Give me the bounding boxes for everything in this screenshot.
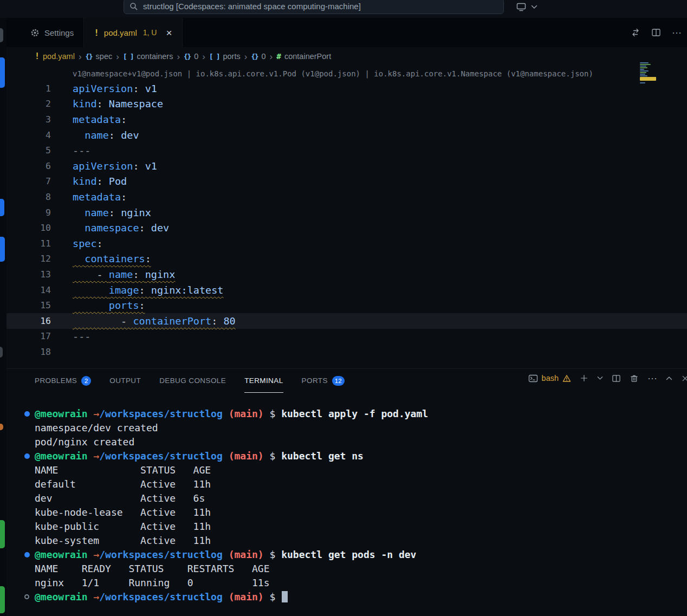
tab-pod-yaml[interactable]: ! pod.yaml 1, U ×: [84, 18, 182, 47]
activity-bar-fragment: [0, 237, 5, 262]
breadcrumb-item-spec[interactable]: {}spec: [86, 52, 113, 61]
breadcrumb-label: pod.yaml: [43, 52, 75, 61]
code-text: - containerPort: 80: [53, 315, 236, 327]
activity-bar-fragment: [0, 520, 5, 548]
activity-bar-fragment: [0, 57, 5, 88]
terminal-line: pod/nginx created: [35, 435, 687, 449]
breadcrumb-item-containerPort[interactable]: #containerPort: [276, 52, 331, 61]
breadcrumb-label: containers: [137, 52, 173, 61]
breadcrumb-label: ports: [223, 52, 240, 61]
close-icon[interactable]: ×: [166, 28, 172, 38]
breadcrumb-item-ports[interactable]: [ ]ports: [209, 52, 241, 61]
split-editor-icon[interactable]: [651, 28, 661, 37]
panel-tab-label: TERMINAL: [244, 377, 283, 385]
editor[interactable]: v1@namespace+v1@pod.json | io.k8s.api.co…: [7, 66, 687, 368]
terminal-line: NAME STATUS AGE: [35, 463, 687, 477]
panel-tab-terminal[interactable]: TERMINAL: [244, 369, 283, 393]
code-text: kind: Namespace: [53, 98, 163, 109]
code-text: ---: [53, 330, 90, 342]
code-line-17[interactable]: 17---: [7, 329, 687, 345]
code-line-15[interactable]: 15 ports:: [7, 297, 687, 313]
line-number: 2: [7, 99, 53, 109]
panel-tab-output[interactable]: OUTPUT: [109, 369, 141, 393]
minimap[interactable]: [640, 62, 666, 95]
object-icon: {}: [86, 53, 93, 61]
code-text: namespace: dev: [53, 222, 169, 234]
terminal-line: @meowrain →/workspaces/structlog (main) …: [35, 449, 687, 463]
code-line-14[interactable]: 14 image: nginx:latest: [7, 282, 687, 298]
code-text: ports:: [53, 300, 145, 311]
command-decoration[interactable]: [24, 594, 29, 599]
tab-settings[interactable]: Settings: [21, 18, 84, 47]
breadcrumb-label: 0: [194, 52, 198, 61]
code-line-12[interactable]: 12 containers:: [7, 251, 687, 267]
activity-bar-fragment: [0, 586, 5, 613]
code-line-16[interactable]: 16 - containerPort: 80: [7, 313, 687, 329]
count-badge: 12: [332, 376, 345, 386]
breadcrumb: !pod.yaml›{}spec›[ ]containers›{}0›[ ]po…: [7, 47, 687, 66]
count-badge: 2: [81, 376, 91, 386]
command-decoration[interactable]: [24, 552, 30, 557]
panel-tab-label: DEBUG CONSOLE: [159, 377, 226, 385]
code-line-9[interactable]: 9 name: nginx: [7, 205, 687, 221]
line-number: 3: [7, 114, 53, 125]
breadcrumb-item-containers[interactable]: [ ]containers: [123, 52, 173, 61]
code-line-4[interactable]: 4 name: dev: [7, 127, 687, 143]
search-icon: [129, 2, 138, 11]
trash-icon[interactable]: [630, 374, 639, 383]
breadcrumb-label: spec: [96, 52, 113, 61]
terminal-content[interactable]: @meowrain →/workspaces/structlog (main) …: [7, 393, 687, 604]
breadcrumb-separator-icon: ›: [79, 52, 82, 61]
chevron-down-icon[interactable]: [531, 5, 537, 9]
warning-icon: !: [35, 51, 40, 61]
panel-tab-problems[interactable]: PROBLEMS2: [35, 369, 91, 393]
split-terminal-icon[interactable]: [612, 374, 621, 383]
close-panel-icon[interactable]: [681, 374, 687, 382]
terminal-icon: [528, 374, 538, 383]
code-text: apiVersion: v1: [53, 83, 157, 94]
command-decoration[interactable]: [24, 411, 30, 417]
terminal-line: namespace/dev created: [35, 421, 687, 435]
code-line-13[interactable]: 13 - name: nginx: [7, 267, 687, 282]
code-line-1[interactable]: 1apiVersion: v1: [7, 81, 687, 96]
code-line-5[interactable]: 5---: [7, 142, 687, 158]
yaml-schema-info[interactable]: v1@namespace+v1@pod.json | io.k8s.api.co…: [73, 67, 687, 81]
code-text: containers:: [53, 253, 151, 264]
code-line-10[interactable]: 10 namespace: dev: [7, 220, 687, 236]
command-decoration[interactable]: [24, 453, 30, 459]
open-changes-icon[interactable]: [631, 28, 640, 37]
code-line-6[interactable]: 6apiVersion: v1: [7, 158, 687, 174]
code-line-8[interactable]: 8metadata:: [7, 189, 687, 205]
remote-indicator-icon[interactable]: [516, 2, 527, 12]
breadcrumb-item-0[interactable]: {}0: [251, 52, 265, 61]
breadcrumb-separator-icon: ›: [202, 52, 205, 61]
code-text: name: dev: [53, 129, 139, 141]
more-actions-icon[interactable]: ···: [672, 28, 682, 37]
panel-tab-ports[interactable]: PORTS12: [302, 369, 345, 393]
new-terminal-icon[interactable]: [580, 374, 588, 382]
panel-tab-label: OUTPUT: [109, 377, 141, 385]
code-line-11[interactable]: 11spec:: [7, 236, 687, 251]
line-number: 6: [7, 161, 53, 171]
more-actions-icon[interactable]: ···: [647, 373, 657, 383]
code-line-7[interactable]: 7kind: Pod: [7, 174, 687, 190]
breadcrumb-item-pod.yaml[interactable]: !pod.yaml: [35, 51, 75, 61]
line-number: 16: [7, 316, 53, 326]
line-number: 13: [7, 269, 53, 280]
activity-bar-fragment: [0, 424, 3, 430]
line-number: 9: [7, 208, 53, 218]
launch-profile-chevron-icon[interactable]: [597, 376, 603, 380]
terminal-profile-selector[interactable]: bash: [528, 374, 571, 383]
editor-actions: ···: [631, 18, 682, 47]
panel-tab-label: PROBLEMS: [35, 377, 77, 385]
code-line-2[interactable]: 2kind: Namespace: [7, 96, 687, 112]
breadcrumb-item-0[interactable]: {}0: [184, 52, 198, 61]
breadcrumb-label: 0: [261, 52, 265, 61]
panel-tab-debug-console[interactable]: DEBUG CONSOLE: [159, 369, 226, 393]
activity-bar-fragment: [0, 347, 3, 358]
tab-decoration: 1, U: [143, 28, 157, 37]
command-center-search[interactable]: structlog [Codespaces: animated space co…: [124, 0, 504, 14]
code-line-18[interactable]: 18: [7, 344, 687, 360]
maximize-panel-icon[interactable]: [666, 376, 672, 380]
code-line-3[interactable]: 3metadata:: [7, 112, 687, 127]
